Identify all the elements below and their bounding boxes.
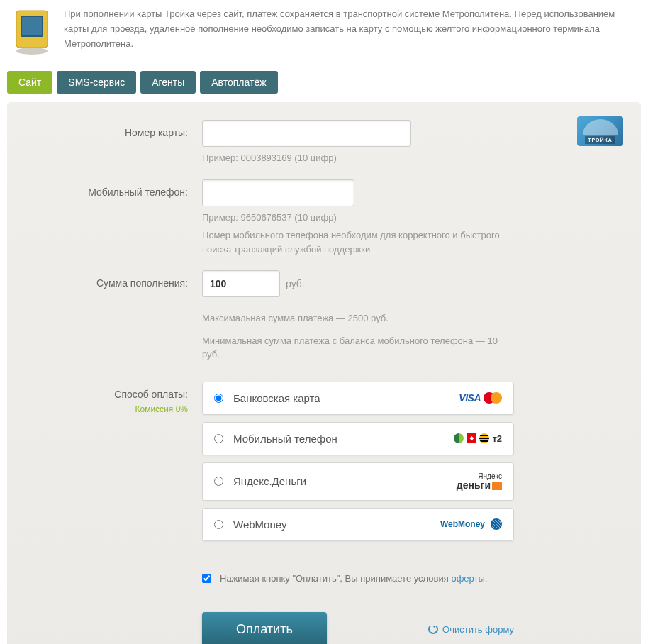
- offer-link[interactable]: оферты: [451, 573, 484, 584]
- form-panel: ТРОЙКА Номер карты: Пример: 0003893169 (…: [7, 102, 641, 644]
- amount-input[interactable]: [202, 270, 280, 297]
- payment-method-label: Способ оплаты:: [114, 389, 188, 400]
- phone-hint-2: Номер мобильного телефона необходим для …: [202, 228, 514, 256]
- card-number-input[interactable]: [202, 120, 411, 147]
- beeline-icon: [479, 433, 489, 443]
- phone-hint-1: Пример: 9650676537 (10 цифр): [202, 211, 514, 225]
- payment-option-card[interactable]: Банковская карта VISA: [202, 382, 514, 415]
- visa-icon: VISA: [459, 392, 481, 404]
- agree-text-after: .: [485, 573, 488, 584]
- agree-row: Нажимая кнопку "Оплатить", Вы принимаете…: [202, 573, 514, 584]
- payment-radio-card[interactable]: [214, 394, 223, 403]
- troika-card-image: ТРОЙКА: [577, 116, 623, 146]
- webmoney-globe-icon: [491, 518, 502, 530]
- yandex-money-icon: Яндексденьги: [457, 473, 502, 490]
- tab-agents[interactable]: Агенты: [140, 71, 196, 94]
- agree-checkbox[interactable]: [202, 574, 211, 583]
- phone-label: Мобильный телефон:: [28, 179, 202, 257]
- info-banner: При пополнении карты Тройка через сайт, …: [0, 0, 648, 71]
- amount-hint-2: Минимальная сумма платежа с баланса моби…: [202, 334, 514, 362]
- svg-point-3: [16, 48, 48, 55]
- payment-radio-yandex[interactable]: [214, 477, 223, 486]
- webmoney-icon: WebMoney: [440, 519, 485, 529]
- pay-button[interactable]: Оплатить: [202, 612, 327, 645]
- tab-autopay[interactable]: Автоплатёж: [200, 71, 277, 94]
- tele2-icon: т2: [492, 433, 502, 444]
- clear-form-link[interactable]: Очистить форму: [428, 624, 514, 635]
- megafon-icon: [454, 433, 464, 443]
- card-number-label: Номер карты:: [28, 120, 202, 165]
- amount-label: Сумма пополнения:: [28, 270, 202, 362]
- card-number-hint: Пример: 0003893169 (10 цифр): [202, 151, 514, 165]
- tab-site[interactable]: Сайт: [7, 71, 52, 94]
- reload-icon: [428, 624, 438, 634]
- terminal-icon: [11, 7, 53, 57]
- payment-option-mobile[interactable]: Мобильный телефон т2: [202, 422, 514, 455]
- phone-input[interactable]: [202, 179, 354, 206]
- payment-radio-webmoney[interactable]: [214, 520, 223, 529]
- tabs: Сайт SMS-сервис Агенты Автоплатёж: [0, 71, 648, 102]
- mastercard-icon: [484, 392, 502, 404]
- mts-icon: [467, 433, 476, 443]
- tab-sms[interactable]: SMS-сервис: [57, 71, 136, 94]
- payment-radio-mobile[interactable]: [214, 434, 223, 443]
- commission-text: Комиссия 0%: [28, 404, 188, 414]
- svg-rect-2: [22, 17, 42, 35]
- payment-option-webmoney[interactable]: WebMoney WebMoney: [202, 508, 514, 541]
- payment-option-yandex[interactable]: Яндекс.Деньги Яндексденьги: [202, 462, 514, 501]
- info-text: При пополнении карты Тройка через сайт, …: [64, 7, 637, 51]
- amount-hint-1: Максимальная сумма платежа — 2500 руб.: [202, 311, 514, 326]
- amount-unit: руб.: [286, 278, 305, 289]
- agree-text-before: Нажимая кнопку "Оплатить", Вы принимаете…: [220, 573, 451, 584]
